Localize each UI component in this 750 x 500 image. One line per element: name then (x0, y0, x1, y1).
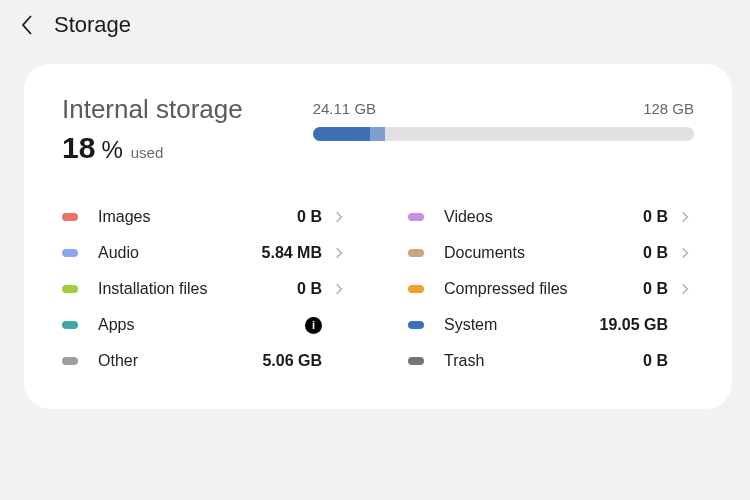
category-row: Appsi (62, 307, 348, 343)
category-size: 5.84 MB (262, 244, 322, 262)
category-swatch (408, 357, 424, 365)
category-size: 0 B (643, 280, 668, 298)
category-size: 0 B (643, 244, 668, 262)
bar-total-label: 128 GB (643, 100, 694, 117)
category-label: Trash (444, 352, 643, 370)
category-row: Other5.06 GB (62, 343, 348, 379)
category-size: 5.06 GB (262, 352, 322, 370)
category-row[interactable]: Installation files0 B (62, 271, 348, 307)
category-size: 0 B (643, 352, 668, 370)
category-label: Other (98, 352, 262, 370)
percent-value: 18 (62, 131, 95, 165)
category-row[interactable]: Videos0 B (408, 199, 694, 235)
chevron-right-icon (676, 246, 694, 260)
storage-bar (313, 127, 694, 141)
category-row: Trash0 B (408, 343, 694, 379)
category-label: System (444, 316, 600, 334)
category-swatch (62, 249, 78, 257)
category-size: 19.05 GB (600, 316, 668, 334)
used-label: used (131, 144, 164, 161)
category-row: System19.05 GB (408, 307, 694, 343)
category-swatch (408, 249, 424, 257)
category-label: Images (98, 208, 297, 226)
used-summary: 18% used (62, 131, 243, 165)
category-swatch (62, 321, 78, 329)
category-swatch (408, 285, 424, 293)
chevron-right-icon (330, 282, 348, 296)
category-label: Compressed files (444, 280, 643, 298)
category-row[interactable]: Audio5.84 MB (62, 235, 348, 271)
category-swatch (62, 357, 78, 365)
category-size: 0 B (297, 208, 322, 226)
category-label: Documents (444, 244, 643, 262)
category-swatch (62, 213, 78, 221)
percent-suffix: % (101, 136, 122, 164)
bar-segment (370, 127, 385, 141)
page-title: Storage (54, 12, 131, 38)
category-row[interactable]: Images0 B (62, 199, 348, 235)
category-swatch (408, 321, 424, 329)
storage-card: Internal storage 18% used 24.11 GB 128 G… (24, 64, 732, 409)
category-label: Audio (98, 244, 262, 262)
category-row[interactable]: Documents0 B (408, 235, 694, 271)
chevron-right-icon (676, 210, 694, 224)
chevron-right-icon (676, 282, 694, 296)
back-icon[interactable] (18, 16, 36, 34)
category-swatch (408, 213, 424, 221)
category-row[interactable]: Compressed files0 B (408, 271, 694, 307)
category-label: Apps (98, 316, 305, 334)
storage-title: Internal storage (62, 94, 243, 125)
category-size: 0 B (643, 208, 668, 226)
info-icon[interactable]: i (305, 317, 322, 334)
category-swatch (62, 285, 78, 293)
category-label: Videos (444, 208, 643, 226)
chevron-right-icon (330, 246, 348, 260)
category-size: 0 B (297, 280, 322, 298)
bar-segment (313, 127, 370, 141)
chevron-right-icon (330, 210, 348, 224)
bar-used-label: 24.11 GB (313, 100, 376, 117)
category-label: Installation files (98, 280, 297, 298)
